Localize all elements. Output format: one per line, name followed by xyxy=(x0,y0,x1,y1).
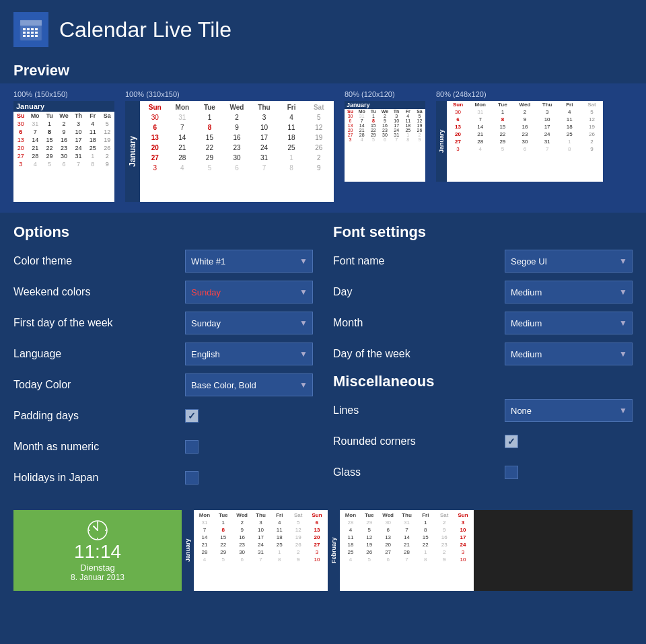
app-header: Calendar Live Tile xyxy=(0,0,646,57)
day-of-week-control[interactable]: Small Medium Large ▼ xyxy=(505,343,633,365)
calendar-248: January Sun Mon Tue Wed Thu Fri Sat xyxy=(436,101,603,182)
weekend-colors-label: Weekend colors xyxy=(13,286,185,298)
color-theme-select[interactable]: White #1 White #2 Dark #1 Dark #2 xyxy=(185,250,313,273)
first-day-row: First day of the week Sunday Monday Satu… xyxy=(13,311,313,335)
size-label-248: 80% (248x120) xyxy=(436,90,487,98)
color-theme-row: Color theme White #1 White #2 Dark #1 Da… xyxy=(13,249,313,273)
svg-rect-7 xyxy=(27,32,30,34)
lines-select[interactable]: None Thin Thick xyxy=(505,399,633,422)
day-font-label: Day xyxy=(333,286,505,298)
clock-face-icon xyxy=(87,520,108,541)
today-color-select[interactable]: Base Color, Bold Red Blue None xyxy=(185,373,313,396)
first-day-select[interactable]: Sunday Monday Saturday xyxy=(185,312,313,334)
first-day-label: First day of the week xyxy=(13,317,185,329)
svg-rect-13 xyxy=(35,35,38,37)
month-font-control[interactable]: Small Medium Large ▼ xyxy=(505,312,633,334)
options-title: Options xyxy=(13,223,313,241)
holidays-japan-checkbox[interactable] xyxy=(185,471,199,485)
svg-rect-5 xyxy=(35,28,38,30)
language-row: Language English German French Spanish J… xyxy=(13,342,313,366)
app-icon xyxy=(13,12,48,47)
month-font-row: Month Small Medium Large ▼ xyxy=(333,311,633,335)
preview-area: 100% (150x150) January Su Mo Tu We Th Fr… xyxy=(0,83,646,213)
holidays-japan-label: Holidays in Japan xyxy=(13,472,185,484)
clock-day: Dienstag xyxy=(80,563,114,573)
day-of-week-label: Day of the week xyxy=(333,348,505,360)
weekend-colors-row: Weekend colors Sunday Saturday Both None… xyxy=(13,280,313,304)
calendar-small: January Su Mo Tu We Th Fr Sa 30 xyxy=(345,101,425,182)
language-control[interactable]: English German French Spanish Japanese ▼ xyxy=(185,343,313,365)
padding-days-row: Padding days xyxy=(13,404,313,428)
size-label-120: 80% (120x120) xyxy=(345,90,395,98)
svg-point-18 xyxy=(105,530,106,531)
calendar-mini: January Su Mo Tu We Th Fr Sa 30 xyxy=(13,101,114,202)
color-theme-control[interactable]: White #1 White #2 Dark #1 Dark #2 ▼ xyxy=(185,250,313,273)
misc-title: Miscellaneous xyxy=(333,373,633,390)
svg-point-17 xyxy=(97,522,98,523)
preview-label: Preview xyxy=(0,57,646,83)
svg-rect-1 xyxy=(20,20,42,26)
svg-point-19 xyxy=(97,538,98,539)
day-font-control[interactable]: Small Medium Large ▼ xyxy=(505,281,633,303)
month-numeric-label: Month as numeric xyxy=(13,441,185,453)
today-color-control[interactable]: Base Color, Bold Red Blue None ▼ xyxy=(185,373,313,396)
tile-january: January Mon Tue Wed Thu Fri Sat Sun xyxy=(182,510,328,591)
weekend-colors-select[interactable]: Sunday Saturday Both None xyxy=(185,281,313,303)
month-numeric-checkbox[interactable] xyxy=(185,440,199,454)
glass-row: Glass xyxy=(333,460,633,485)
svg-rect-8 xyxy=(31,32,34,34)
day-of-week-select[interactable]: Small Medium Large xyxy=(505,343,633,365)
font-settings-title: Font settings xyxy=(333,223,633,241)
language-label: Language xyxy=(13,348,185,360)
today-color-label: Today Color xyxy=(13,379,185,391)
rounded-corners-label: Rounded corners xyxy=(333,435,505,448)
lines-control[interactable]: None Thin Thick ▼ xyxy=(505,399,633,422)
padding-days-checkbox[interactable] xyxy=(185,409,199,423)
rounded-corners-row: Rounded corners xyxy=(333,429,633,454)
svg-rect-6 xyxy=(23,32,26,34)
svg-rect-3 xyxy=(27,28,30,30)
svg-rect-11 xyxy=(27,35,30,37)
lines-label: Lines xyxy=(333,404,505,417)
font-name-control[interactable]: Segoe UI Arial Calibri Tahoma Verdana ▼ xyxy=(505,250,633,273)
clock-tile: 11:14 Dienstag 8. Januar 2013 xyxy=(13,510,182,591)
glass-label: Glass xyxy=(333,466,505,478)
font-misc-column: Font settings Font name Segoe UI Arial C… xyxy=(326,223,633,497)
rounded-corners-checkbox[interactable] xyxy=(505,435,518,448)
font-name-row: Font name Segoe UI Arial Calibri Tahoma … xyxy=(333,249,633,273)
preview-310x150: 100% (310x150) January Sun Mon Tue Wed T… xyxy=(125,90,334,202)
font-name-label: Font name xyxy=(333,255,505,267)
language-select[interactable]: English German French Spanish Japanese xyxy=(185,343,313,365)
svg-rect-2 xyxy=(23,28,26,30)
tile-february: February Mon Tue Wed Thu Fri Sat Sun xyxy=(328,510,474,591)
clock-time: 11:14 xyxy=(74,541,121,563)
clock-date: 8. Januar 2013 xyxy=(71,573,124,582)
month-numeric-row: Month as numeric xyxy=(13,435,313,459)
preview-120x120: 80% (120x120) January Su Mo Tu We Th Fr … xyxy=(345,90,425,182)
color-theme-label: Color theme xyxy=(13,255,185,267)
padding-days-label: Padding days xyxy=(13,410,185,422)
svg-line-15 xyxy=(94,526,98,530)
preview-248x120: 80% (248x120) January Sun Mon Tue Wed Th… xyxy=(436,90,603,182)
month-font-label: Month xyxy=(333,317,505,329)
glass-checkbox[interactable] xyxy=(505,466,518,479)
calendar-icon xyxy=(19,17,43,42)
month-font-select[interactable]: Small Medium Large xyxy=(505,312,633,334)
svg-rect-9 xyxy=(35,32,38,34)
svg-rect-10 xyxy=(23,35,26,37)
size-label-310: 100% (310x150) xyxy=(125,90,180,98)
svg-rect-4 xyxy=(31,28,34,30)
day-font-select[interactable]: Small Medium Large xyxy=(505,281,633,303)
first-day-control[interactable]: Sunday Monday Saturday ▼ xyxy=(185,312,313,334)
options-area: Options Color theme White #1 White #2 Da… xyxy=(0,213,646,497)
app-title: Calendar Live Tile xyxy=(59,17,231,42)
calendar-wide: January Sun Mon Tue Wed Thu Fri Sat xyxy=(125,101,334,202)
bottom-preview: 11:14 Dienstag 8. Januar 2013 January Mo… xyxy=(13,510,633,591)
today-color-row: Today Color Base Color, Bold Red Blue No… xyxy=(13,373,313,397)
size-label-150: 100% (150x150) xyxy=(13,90,68,98)
preview-150x150: 100% (150x150) January Su Mo Tu We Th Fr… xyxy=(13,90,114,202)
day-of-week-row: Day of the week Small Medium Large ▼ xyxy=(333,342,633,366)
svg-rect-12 xyxy=(31,35,34,37)
weekend-colors-control[interactable]: Sunday Saturday Both None ▼ xyxy=(185,281,313,303)
font-name-select[interactable]: Segoe UI Arial Calibri Tahoma Verdana xyxy=(505,250,633,273)
